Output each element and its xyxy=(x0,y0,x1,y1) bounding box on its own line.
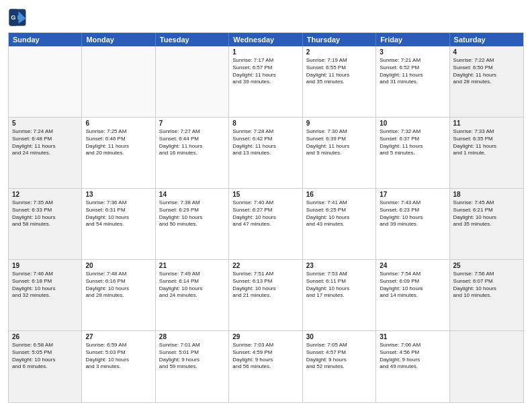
page-header: G xyxy=(8,8,524,27)
day-cell-13: 13Sunrise: 7:36 AM Sunset: 6:31 PM Dayli… xyxy=(82,189,155,259)
day-cell-19: 19Sunrise: 7:46 AM Sunset: 6:18 PM Dayli… xyxy=(9,260,82,330)
day-number: 23 xyxy=(306,262,372,269)
day-info: Sunrise: 7:45 AM Sunset: 6:21 PM Dayligh… xyxy=(453,199,520,228)
day-info: Sunrise: 7:19 AM Sunset: 6:55 PM Dayligh… xyxy=(306,57,372,86)
day-cell-30: 30Sunrise: 7:05 AM Sunset: 4:57 PM Dayli… xyxy=(303,331,376,402)
day-number: 4 xyxy=(453,48,520,56)
day-info: Sunrise: 7:49 AM Sunset: 6:14 PM Dayligh… xyxy=(159,271,225,300)
day-cell-8: 8Sunrise: 7:28 AM Sunset: 6:42 PM Daylig… xyxy=(229,118,302,188)
day-cell-29: 29Sunrise: 7:03 AM Sunset: 4:59 PM Dayli… xyxy=(229,331,302,402)
day-info: Sunrise: 7:28 AM Sunset: 6:42 PM Dayligh… xyxy=(232,128,298,157)
day-cell-16: 16Sunrise: 7:41 AM Sunset: 6:25 PM Dayli… xyxy=(303,189,376,259)
day-info: Sunrise: 7:24 AM Sunset: 6:48 PM Dayligh… xyxy=(12,128,78,157)
calendar-row-4: 19Sunrise: 7:46 AM Sunset: 6:18 PM Dayli… xyxy=(9,260,523,331)
day-number: 3 xyxy=(380,48,445,56)
day-info: Sunrise: 7:40 AM Sunset: 6:27 PM Dayligh… xyxy=(232,199,298,228)
day-number: 24 xyxy=(380,262,445,269)
day-number: 7 xyxy=(159,120,225,127)
day-number: 27 xyxy=(85,333,151,340)
day-cell-5: 5Sunrise: 7:24 AM Sunset: 6:48 PM Daylig… xyxy=(9,118,82,188)
day-cell-7: 7Sunrise: 7:27 AM Sunset: 6:44 PM Daylig… xyxy=(156,118,229,188)
day-info: Sunrise: 7:35 AM Sunset: 6:33 PM Dayligh… xyxy=(12,199,78,228)
day-info: Sunrise: 7:46 AM Sunset: 6:18 PM Dayligh… xyxy=(12,271,78,300)
day-number: 20 xyxy=(85,262,151,269)
logo: G xyxy=(8,8,30,27)
day-number: 8 xyxy=(232,120,298,127)
calendar-body: 1Sunrise: 7:17 AM Sunset: 6:57 PM Daylig… xyxy=(9,46,523,402)
weekday-header-sunday: Sunday xyxy=(9,33,82,46)
calendar: SundayMondayTuesdayWednesdayThursdayFrid… xyxy=(8,32,524,403)
logo-icon: G xyxy=(8,8,27,27)
day-number: 13 xyxy=(85,191,151,198)
day-info: Sunrise: 7:36 AM Sunset: 6:31 PM Dayligh… xyxy=(85,199,151,228)
day-number: 31 xyxy=(380,333,445,340)
day-cell-26: 26Sunrise: 6:58 AM Sunset: 5:05 PM Dayli… xyxy=(9,331,82,402)
calendar-row-1: 1Sunrise: 7:17 AM Sunset: 6:57 PM Daylig… xyxy=(9,46,523,118)
day-cell-9: 9Sunrise: 7:30 AM Sunset: 6:39 PM Daylig… xyxy=(303,118,376,188)
day-cell-20: 20Sunrise: 7:48 AM Sunset: 6:16 PM Dayli… xyxy=(82,260,155,330)
day-number: 17 xyxy=(380,191,445,198)
day-cell-21: 21Sunrise: 7:49 AM Sunset: 6:14 PM Dayli… xyxy=(156,260,229,330)
day-cell-4: 4Sunrise: 7:22 AM Sunset: 6:50 PM Daylig… xyxy=(450,46,523,117)
day-info: Sunrise: 7:32 AM Sunset: 6:37 PM Dayligh… xyxy=(380,128,445,157)
day-info: Sunrise: 6:58 AM Sunset: 5:05 PM Dayligh… xyxy=(12,342,78,371)
day-info: Sunrise: 7:43 AM Sunset: 6:23 PM Dayligh… xyxy=(380,199,445,228)
weekday-header-monday: Monday xyxy=(82,33,155,46)
empty-cell-r0c0 xyxy=(9,46,82,117)
day-number: 2 xyxy=(306,48,372,56)
day-info: Sunrise: 7:30 AM Sunset: 6:39 PM Dayligh… xyxy=(306,128,372,157)
day-info: Sunrise: 7:22 AM Sunset: 6:50 PM Dayligh… xyxy=(453,57,520,86)
day-cell-3: 3Sunrise: 7:21 AM Sunset: 6:52 PM Daylig… xyxy=(376,46,449,117)
day-number: 26 xyxy=(12,333,78,340)
day-number: 12 xyxy=(12,191,78,198)
day-number: 21 xyxy=(159,262,225,269)
day-info: Sunrise: 7:25 AM Sunset: 6:46 PM Dayligh… xyxy=(85,128,151,157)
day-cell-23: 23Sunrise: 7:53 AM Sunset: 6:11 PM Dayli… xyxy=(303,260,376,330)
day-number: 22 xyxy=(232,262,298,269)
weekday-header-thursday: Thursday xyxy=(303,33,376,46)
weekday-header-tuesday: Tuesday xyxy=(156,33,229,46)
day-number: 10 xyxy=(380,120,445,127)
day-number: 28 xyxy=(159,333,225,340)
calendar-row-5: 26Sunrise: 6:58 AM Sunset: 5:05 PM Dayli… xyxy=(9,331,523,402)
day-number: 30 xyxy=(306,333,372,340)
day-number: 29 xyxy=(232,333,298,340)
day-info: Sunrise: 7:05 AM Sunset: 4:57 PM Dayligh… xyxy=(306,342,372,371)
day-cell-27: 27Sunrise: 6:59 AM Sunset: 5:03 PM Dayli… xyxy=(82,331,155,402)
day-info: Sunrise: 7:54 AM Sunset: 6:09 PM Dayligh… xyxy=(380,271,445,300)
day-info: Sunrise: 7:01 AM Sunset: 5:01 PM Dayligh… xyxy=(159,342,225,371)
day-cell-2: 2Sunrise: 7:19 AM Sunset: 6:55 PM Daylig… xyxy=(303,46,376,117)
day-cell-28: 28Sunrise: 7:01 AM Sunset: 5:01 PM Dayli… xyxy=(156,331,229,402)
day-number: 9 xyxy=(306,120,372,127)
day-number: 6 xyxy=(85,120,151,127)
day-info: Sunrise: 7:06 AM Sunset: 4:56 PM Dayligh… xyxy=(380,342,445,371)
day-cell-14: 14Sunrise: 7:38 AM Sunset: 6:29 PM Dayli… xyxy=(156,189,229,259)
day-info: Sunrise: 6:59 AM Sunset: 5:03 PM Dayligh… xyxy=(85,342,151,371)
day-cell-15: 15Sunrise: 7:40 AM Sunset: 6:27 PM Dayli… xyxy=(229,189,302,259)
empty-cell-r0c1 xyxy=(82,46,155,117)
day-cell-24: 24Sunrise: 7:54 AM Sunset: 6:09 PM Dayli… xyxy=(376,260,449,330)
day-cell-1: 1Sunrise: 7:17 AM Sunset: 6:57 PM Daylig… xyxy=(229,46,302,117)
day-info: Sunrise: 7:03 AM Sunset: 4:59 PM Dayligh… xyxy=(232,342,298,371)
calendar-row-3: 12Sunrise: 7:35 AM Sunset: 6:33 PM Dayli… xyxy=(9,189,523,260)
day-number: 1 xyxy=(232,48,298,56)
day-info: Sunrise: 7:51 AM Sunset: 6:13 PM Dayligh… xyxy=(232,271,298,300)
day-number: 19 xyxy=(12,262,78,269)
weekday-header-wednesday: Wednesday xyxy=(229,33,302,46)
day-cell-22: 22Sunrise: 7:51 AM Sunset: 6:13 PM Dayli… xyxy=(229,260,302,330)
day-number: 16 xyxy=(306,191,372,198)
calendar-header: SundayMondayTuesdayWednesdayThursdayFrid… xyxy=(9,33,523,46)
day-info: Sunrise: 7:53 AM Sunset: 6:11 PM Dayligh… xyxy=(306,271,372,300)
empty-cell-r0c2 xyxy=(156,46,229,117)
day-cell-12: 12Sunrise: 7:35 AM Sunset: 6:33 PM Dayli… xyxy=(9,189,82,259)
day-number: 15 xyxy=(232,191,298,198)
day-number: 25 xyxy=(453,262,520,269)
day-cell-10: 10Sunrise: 7:32 AM Sunset: 6:37 PM Dayli… xyxy=(376,118,449,188)
day-cell-11: 11Sunrise: 7:33 AM Sunset: 6:35 PM Dayli… xyxy=(450,118,523,188)
calendar-row-2: 5Sunrise: 7:24 AM Sunset: 6:48 PM Daylig… xyxy=(9,118,523,189)
day-number: 11 xyxy=(453,120,520,127)
day-info: Sunrise: 7:56 AM Sunset: 6:07 PM Dayligh… xyxy=(453,271,520,300)
day-number: 18 xyxy=(453,191,520,198)
day-number: 14 xyxy=(159,191,225,198)
day-info: Sunrise: 7:33 AM Sunset: 6:35 PM Dayligh… xyxy=(453,128,520,157)
